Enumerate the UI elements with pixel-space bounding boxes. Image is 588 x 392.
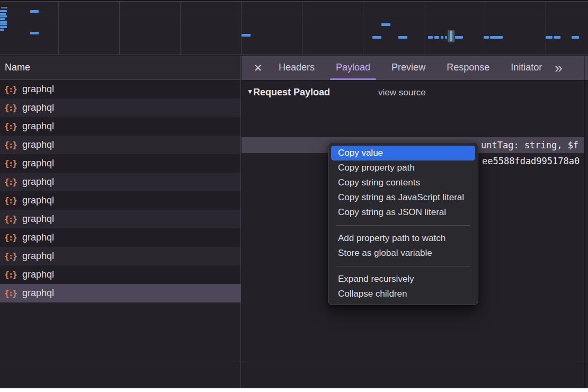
network-request-row[interactable]: {:}graphql (0, 80, 240, 99)
timeline-request-bar (484, 36, 489, 39)
context-menu: Copy valueCopy property pathCopy string … (328, 142, 478, 305)
timeline-request-bar (445, 36, 447, 39)
timeline-request-bar (428, 36, 433, 39)
payload-root-row[interactable]: ▼{operationName: "ipFlowTimeseries", var… (242, 106, 584, 122)
timeline-request-bar (455, 36, 463, 39)
context-menu-item-store-as-global-variable[interactable]: Store as global variable (331, 246, 475, 261)
more-tabs-icon[interactable]: » (555, 61, 562, 75)
request-name-label: graphql (22, 213, 54, 225)
json-request-icon: {:} (4, 270, 16, 280)
timeline-request-bar (398, 36, 407, 39)
timeline-request-bar (0, 15, 7, 17)
menu-separator (336, 266, 470, 266)
network-request-list-panel: Name {:}graphql{:}graphql{:}graphql{:}gr… (0, 56, 241, 388)
json-request-icon: {:} (4, 84, 16, 94)
json-request-icon: {:} (4, 195, 16, 206)
network-request-row[interactable]: {:}graphql (0, 210, 240, 228)
request-name-label: graphql (22, 121, 54, 132)
json-request-icon: {:} (4, 177, 16, 187)
timeline-request-bar (546, 36, 553, 39)
devtools-window: Name {:}graphql{:}graphql{:}graphql{:}gr… (0, 0, 588, 392)
network-request-row[interactable]: {:}graphql (0, 117, 240, 136)
timeline-request-bar (0, 26, 7, 28)
timeline-request-bar (381, 23, 390, 26)
view-source-link[interactable]: view source (378, 87, 426, 98)
timeline-request-bar (0, 29, 4, 31)
timeline-request-bar (30, 32, 39, 34)
request-name-label: graphql (22, 102, 54, 113)
network-request-row[interactable]: {:}graphql (0, 284, 240, 302)
context-menu-item-add-property-path-to-watch[interactable]: Add property path to watch (331, 231, 475, 246)
tab-payload[interactable]: Payload (325, 56, 381, 80)
tab-preview[interactable]: Preview (381, 56, 436, 80)
context-menu-item-copy-value[interactable]: Copy value (331, 146, 475, 161)
context-menu-item-expand-recursively[interactable]: Expand recursively (331, 272, 475, 287)
timeline-request-bar (30, 10, 39, 13)
timeline-request-bar (0, 18, 5, 20)
tab-response[interactable]: Response (436, 56, 500, 80)
context-menu-item-copy-property-path[interactable]: Copy property path (331, 161, 475, 175)
tab-headers[interactable]: Headers (268, 56, 325, 80)
timeline-request-bar (1, 7, 7, 8)
json-request-icon: {:} (4, 158, 16, 168)
network-request-row[interactable]: {:}graphql (0, 265, 240, 284)
request-name-label: graphql (22, 251, 54, 262)
timeline-request-bar (554, 36, 560, 39)
section-collapse-triangle-icon[interactable]: ▼ (247, 88, 253, 95)
detail-tabs: HeadersPayloadPreviewResponseInitiator (268, 56, 553, 80)
prop-value-continued: untTag: string, $f (481, 137, 578, 153)
close-icon[interactable]: ✕ (251, 62, 265, 74)
json-request-icon: {:} (4, 121, 16, 131)
section-title: Request Payload (253, 87, 330, 97)
network-request-row[interactable]: {:}graphql (0, 154, 240, 173)
devtools-network-panel: Name {:}graphql{:}graphql{:}graphql{:}gr… (0, 0, 588, 388)
timeline-request-bar (490, 36, 503, 39)
status-bar-divider (0, 361, 588, 361)
request-name-label: graphql (22, 84, 54, 95)
menu-separator (336, 225, 470, 226)
timeline-request-bar (441, 36, 443, 39)
request-rows: {:}graphql{:}graphql{:}graphql{:}graphql… (0, 80, 240, 302)
json-request-icon: {:} (4, 251, 16, 261)
timeline-request-bar (572, 36, 579, 39)
context-menu-item-collapse-children[interactable]: Collapse children (331, 287, 475, 301)
main-split: Name {:}graphql{:}graphql{:}graphql{:}gr… (0, 56, 588, 388)
request-name-label: graphql (22, 139, 54, 150)
network-request-row[interactable]: {:}graphql (0, 191, 240, 210)
context-menu-item-copy-string-contents[interactable]: Copy string contents (331, 175, 475, 190)
timeline-request-bar (0, 23, 7, 25)
json-request-icon: {:} (4, 103, 16, 113)
network-request-row[interactable]: {:}graphql (0, 247, 240, 265)
json-request-icon: {:} (4, 233, 16, 243)
network-request-row[interactable]: {:}graphql (0, 136, 240, 154)
network-request-row[interactable]: {:}graphql (0, 99, 240, 117)
context-menu-item-copy-string-as-javascript-literal[interactable]: Copy string as JavaScript literal (331, 190, 475, 205)
timeline-request-bar (242, 34, 251, 37)
timeline-request-bar (0, 21, 7, 23)
request-name-label: graphql (22, 195, 54, 206)
request-name-label: graphql (22, 232, 54, 243)
request-payload-section[interactable]: ▼Request Payload view source (247, 87, 581, 98)
json-request-icon: {:} (4, 288, 16, 298)
column-header-name[interactable]: Name (0, 56, 240, 80)
timeline-request-bar (0, 13, 6, 15)
request-name-label: graphql (22, 288, 54, 299)
json-request-icon: {:} (4, 140, 16, 150)
tab-initiator[interactable]: Initiator (500, 56, 553, 80)
request-name-label: graphql (22, 269, 54, 280)
timeline-request-bar (372, 36, 381, 39)
selected-request-marker (450, 31, 452, 41)
network-overview-timeline[interactable] (0, 0, 588, 55)
column-header-label: Name (5, 62, 30, 73)
payload-prop-row-operationName[interactable]: operationName: "ipFlowTimeseries" (242, 122, 584, 137)
detail-tabbar: ✕ HeadersPayloadPreviewResponseInitiator… (242, 56, 588, 81)
timeline-request-bar (434, 36, 439, 39)
network-request-row[interactable]: {:}graphql (0, 228, 240, 247)
context-menu-item-copy-string-as-json-literal[interactable]: Copy string as JSON literal (331, 205, 475, 220)
network-request-row[interactable]: {:}graphql (0, 173, 240, 191)
prop-value-continued: ee5588fdad995178a0 (482, 154, 580, 169)
request-name-label: graphql (22, 158, 54, 169)
json-request-icon: {:} (4, 214, 16, 224)
timeline-request-bar (0, 10, 7, 12)
request-name-label: graphql (22, 176, 54, 188)
